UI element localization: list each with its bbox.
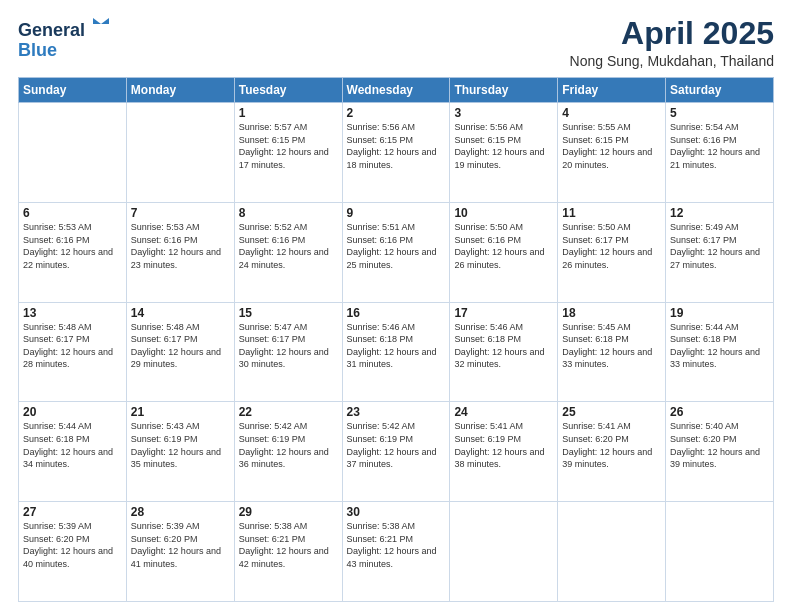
svg-marker-0 bbox=[101, 18, 109, 24]
day-number: 1 bbox=[239, 106, 338, 120]
calendar-cell: 18Sunrise: 5:45 AM Sunset: 6:18 PM Dayli… bbox=[558, 302, 666, 402]
logo-text: General Blue bbox=[18, 16, 109, 61]
day-number: 29 bbox=[239, 505, 338, 519]
day-number: 7 bbox=[131, 206, 230, 220]
day-number: 24 bbox=[454, 405, 553, 419]
logo-general: General bbox=[18, 20, 85, 40]
day-number: 28 bbox=[131, 505, 230, 519]
day-info: Sunrise: 5:50 AM Sunset: 6:17 PM Dayligh… bbox=[562, 221, 661, 271]
calendar-week-row: 13Sunrise: 5:48 AM Sunset: 6:17 PM Dayli… bbox=[19, 302, 774, 402]
calendar-cell: 19Sunrise: 5:44 AM Sunset: 6:18 PM Dayli… bbox=[666, 302, 774, 402]
day-info: Sunrise: 5:38 AM Sunset: 6:21 PM Dayligh… bbox=[239, 520, 338, 570]
calendar-cell bbox=[666, 502, 774, 602]
calendar-cell: 23Sunrise: 5:42 AM Sunset: 6:19 PM Dayli… bbox=[342, 402, 450, 502]
weekday-thursday: Thursday bbox=[450, 78, 558, 103]
day-info: Sunrise: 5:38 AM Sunset: 6:21 PM Dayligh… bbox=[347, 520, 446, 570]
calendar-cell: 13Sunrise: 5:48 AM Sunset: 6:17 PM Dayli… bbox=[19, 302, 127, 402]
calendar-cell: 22Sunrise: 5:42 AM Sunset: 6:19 PM Dayli… bbox=[234, 402, 342, 502]
day-number: 2 bbox=[347, 106, 446, 120]
day-number: 8 bbox=[239, 206, 338, 220]
day-info: Sunrise: 5:41 AM Sunset: 6:19 PM Dayligh… bbox=[454, 420, 553, 470]
day-info: Sunrise: 5:46 AM Sunset: 6:18 PM Dayligh… bbox=[347, 321, 446, 371]
calendar-week-row: 6Sunrise: 5:53 AM Sunset: 6:16 PM Daylig… bbox=[19, 202, 774, 302]
calendar-cell: 5Sunrise: 5:54 AM Sunset: 6:16 PM Daylig… bbox=[666, 103, 774, 203]
calendar-cell: 21Sunrise: 5:43 AM Sunset: 6:19 PM Dayli… bbox=[126, 402, 234, 502]
logo-bird-icon bbox=[87, 14, 109, 36]
calendar-cell: 9Sunrise: 5:51 AM Sunset: 6:16 PM Daylig… bbox=[342, 202, 450, 302]
day-number: 25 bbox=[562, 405, 661, 419]
day-info: Sunrise: 5:50 AM Sunset: 6:16 PM Dayligh… bbox=[454, 221, 553, 271]
day-info: Sunrise: 5:56 AM Sunset: 6:15 PM Dayligh… bbox=[347, 121, 446, 171]
day-info: Sunrise: 5:47 AM Sunset: 6:17 PM Dayligh… bbox=[239, 321, 338, 371]
calendar-table: SundayMondayTuesdayWednesdayThursdayFrid… bbox=[18, 77, 774, 602]
day-info: Sunrise: 5:44 AM Sunset: 6:18 PM Dayligh… bbox=[670, 321, 769, 371]
calendar-header: SundayMondayTuesdayWednesdayThursdayFrid… bbox=[19, 78, 774, 103]
title-block: April 2025 Nong Sung, Mukdahan, Thailand bbox=[570, 16, 774, 69]
calendar-cell bbox=[450, 502, 558, 602]
calendar-cell: 20Sunrise: 5:44 AM Sunset: 6:18 PM Dayli… bbox=[19, 402, 127, 502]
day-number: 30 bbox=[347, 505, 446, 519]
calendar-cell: 15Sunrise: 5:47 AM Sunset: 6:17 PM Dayli… bbox=[234, 302, 342, 402]
weekday-saturday: Saturday bbox=[666, 78, 774, 103]
calendar-cell: 8Sunrise: 5:52 AM Sunset: 6:16 PM Daylig… bbox=[234, 202, 342, 302]
day-number: 15 bbox=[239, 306, 338, 320]
calendar-cell: 28Sunrise: 5:39 AM Sunset: 6:20 PM Dayli… bbox=[126, 502, 234, 602]
weekday-header-row: SundayMondayTuesdayWednesdayThursdayFrid… bbox=[19, 78, 774, 103]
day-info: Sunrise: 5:52 AM Sunset: 6:16 PM Dayligh… bbox=[239, 221, 338, 271]
day-number: 23 bbox=[347, 405, 446, 419]
calendar-cell: 29Sunrise: 5:38 AM Sunset: 6:21 PM Dayli… bbox=[234, 502, 342, 602]
page: General Blue April 2025 Nong Sung, Mukda… bbox=[0, 0, 792, 612]
calendar-week-row: 1Sunrise: 5:57 AM Sunset: 6:15 PM Daylig… bbox=[19, 103, 774, 203]
calendar-cell bbox=[19, 103, 127, 203]
day-info: Sunrise: 5:56 AM Sunset: 6:15 PM Dayligh… bbox=[454, 121, 553, 171]
calendar-cell: 17Sunrise: 5:46 AM Sunset: 6:18 PM Dayli… bbox=[450, 302, 558, 402]
day-info: Sunrise: 5:51 AM Sunset: 6:16 PM Dayligh… bbox=[347, 221, 446, 271]
day-number: 3 bbox=[454, 106, 553, 120]
calendar-cell: 10Sunrise: 5:50 AM Sunset: 6:16 PM Dayli… bbox=[450, 202, 558, 302]
day-info: Sunrise: 5:46 AM Sunset: 6:18 PM Dayligh… bbox=[454, 321, 553, 371]
day-info: Sunrise: 5:57 AM Sunset: 6:15 PM Dayligh… bbox=[239, 121, 338, 171]
calendar-cell: 24Sunrise: 5:41 AM Sunset: 6:19 PM Dayli… bbox=[450, 402, 558, 502]
calendar-cell: 7Sunrise: 5:53 AM Sunset: 6:16 PM Daylig… bbox=[126, 202, 234, 302]
day-number: 6 bbox=[23, 206, 122, 220]
calendar-cell: 11Sunrise: 5:50 AM Sunset: 6:17 PM Dayli… bbox=[558, 202, 666, 302]
calendar-cell: 12Sunrise: 5:49 AM Sunset: 6:17 PM Dayli… bbox=[666, 202, 774, 302]
day-number: 27 bbox=[23, 505, 122, 519]
day-info: Sunrise: 5:44 AM Sunset: 6:18 PM Dayligh… bbox=[23, 420, 122, 470]
day-info: Sunrise: 5:40 AM Sunset: 6:20 PM Dayligh… bbox=[670, 420, 769, 470]
calendar-cell bbox=[558, 502, 666, 602]
calendar-cell: 1Sunrise: 5:57 AM Sunset: 6:15 PM Daylig… bbox=[234, 103, 342, 203]
calendar-cell: 30Sunrise: 5:38 AM Sunset: 6:21 PM Dayli… bbox=[342, 502, 450, 602]
calendar-cell: 14Sunrise: 5:48 AM Sunset: 6:17 PM Dayli… bbox=[126, 302, 234, 402]
header: General Blue April 2025 Nong Sung, Mukda… bbox=[18, 16, 774, 69]
calendar-cell: 3Sunrise: 5:56 AM Sunset: 6:15 PM Daylig… bbox=[450, 103, 558, 203]
calendar-body: 1Sunrise: 5:57 AM Sunset: 6:15 PM Daylig… bbox=[19, 103, 774, 602]
day-info: Sunrise: 5:48 AM Sunset: 6:17 PM Dayligh… bbox=[23, 321, 122, 371]
calendar-cell: 27Sunrise: 5:39 AM Sunset: 6:20 PM Dayli… bbox=[19, 502, 127, 602]
day-number: 22 bbox=[239, 405, 338, 419]
weekday-monday: Monday bbox=[126, 78, 234, 103]
day-number: 17 bbox=[454, 306, 553, 320]
calendar-cell: 6Sunrise: 5:53 AM Sunset: 6:16 PM Daylig… bbox=[19, 202, 127, 302]
day-number: 9 bbox=[347, 206, 446, 220]
day-number: 4 bbox=[562, 106, 661, 120]
day-number: 26 bbox=[670, 405, 769, 419]
day-info: Sunrise: 5:41 AM Sunset: 6:20 PM Dayligh… bbox=[562, 420, 661, 470]
day-number: 10 bbox=[454, 206, 553, 220]
calendar-cell bbox=[126, 103, 234, 203]
day-number: 21 bbox=[131, 405, 230, 419]
day-number: 18 bbox=[562, 306, 661, 320]
logo: General Blue bbox=[18, 16, 109, 61]
day-info: Sunrise: 5:39 AM Sunset: 6:20 PM Dayligh… bbox=[23, 520, 122, 570]
logo-blue: Blue bbox=[18, 40, 57, 60]
weekday-friday: Friday bbox=[558, 78, 666, 103]
month-title: April 2025 bbox=[570, 16, 774, 51]
day-info: Sunrise: 5:54 AM Sunset: 6:16 PM Dayligh… bbox=[670, 121, 769, 171]
weekday-sunday: Sunday bbox=[19, 78, 127, 103]
calendar-cell: 26Sunrise: 5:40 AM Sunset: 6:20 PM Dayli… bbox=[666, 402, 774, 502]
calendar-cell: 2Sunrise: 5:56 AM Sunset: 6:15 PM Daylig… bbox=[342, 103, 450, 203]
svg-marker-1 bbox=[93, 18, 101, 24]
weekday-tuesday: Tuesday bbox=[234, 78, 342, 103]
day-number: 14 bbox=[131, 306, 230, 320]
calendar-cell: 16Sunrise: 5:46 AM Sunset: 6:18 PM Dayli… bbox=[342, 302, 450, 402]
